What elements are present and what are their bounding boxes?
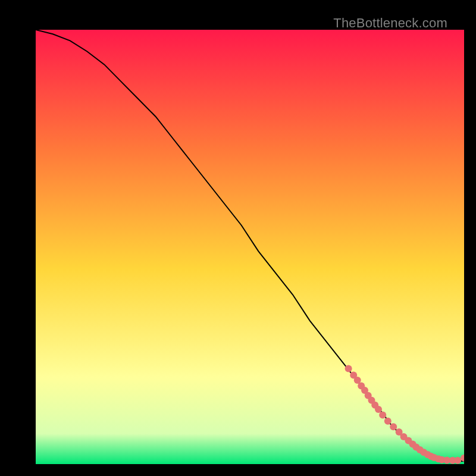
watermark-text: TheBottleneck.com [333,15,447,31]
chart-frame: TheBottleneck.com [12,12,464,464]
data-point [375,406,382,413]
data-point [384,418,392,425]
gradient-background [36,30,464,464]
data-point [379,412,386,419]
data-point [345,365,352,372]
plot-area [36,30,464,464]
data-point [454,457,461,464]
chart-svg [36,30,464,464]
data-point [390,423,397,430]
